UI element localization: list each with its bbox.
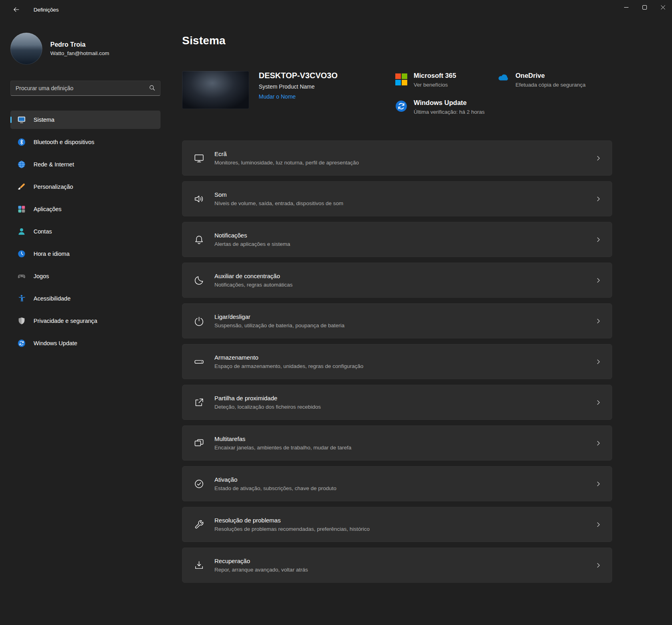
search-icon — [149, 84, 156, 93]
user-profile[interactable]: Pedro Troia Watto_fan@hotmail.com — [10, 33, 161, 65]
back-arrow-icon — [13, 6, 20, 13]
settings-row-subtitle: Suspensão, utilização de bateria, poupan… — [214, 322, 345, 328]
chevron-right-icon — [595, 277, 601, 283]
minimize-button[interactable] — [617, 0, 635, 14]
sidebar-item-label: Acessibilidade — [34, 295, 71, 302]
windows-update-icon — [394, 99, 408, 113]
sidebar-item-jogos[interactable]: Jogos — [10, 267, 161, 285]
settings-row-title: Ativação — [214, 476, 336, 483]
sidebar-item-windows-update[interactable]: Windows Update — [10, 334, 161, 352]
sidebar: Pedro Troia Watto_fan@hotmail.com Sistem… — [0, 19, 172, 625]
globe-icon — [17, 160, 26, 169]
sidebar-item-label: Sistema — [34, 117, 54, 123]
check-circle-icon — [193, 479, 205, 489]
settings-row-subtitle: Deteção, localização dos ficheiros receb… — [214, 404, 321, 410]
settings-row-notificacoes[interactable]: Notificações Alertas de aplicações e sis… — [182, 222, 612, 257]
onedrive-cloud-icon — [496, 72, 510, 83]
settings-row-subtitle: Níveis de volume, saída, entrada, dispos… — [214, 200, 343, 206]
chevron-right-icon — [595, 400, 601, 405]
settings-row-resolucao-problemas[interactable]: Resolução de problemas Resoluções de pro… — [182, 507, 612, 542]
search-box — [10, 81, 161, 96]
close-icon — [661, 5, 665, 10]
settings-row-subtitle: Resoluções de problemas recomendadas, pr… — [214, 526, 370, 532]
close-button[interactable] — [654, 0, 672, 14]
sidebar-item-aplicacoes[interactable]: Aplicações — [10, 200, 161, 218]
settings-row-ecra[interactable]: Ecrã Monitores, luminosidade, luz noturn… — [182, 140, 612, 176]
settings-row-subtitle: Espaço de armazenamento, unidades, regra… — [214, 363, 363, 369]
rename-device-link[interactable]: Mudar o Nome — [259, 93, 296, 100]
status-subtitle: Efetuada cópia de segurança — [515, 82, 586, 88]
window-controls — [617, 0, 672, 14]
sidebar-item-label: Windows Update — [34, 340, 77, 346]
clock-icon — [17, 249, 26, 259]
sidebar-item-label: Jogos — [34, 273, 49, 279]
sidebar-item-privacidade[interactable]: Privacidade e segurança — [10, 312, 161, 330]
settings-row-subtitle: Estado de ativação, subscrições, chave d… — [214, 485, 336, 491]
device-product-name: System Product Name — [259, 83, 394, 90]
titlebar: Definições — [0, 0, 672, 19]
sidebar-nav: Sistema Bluetooth e dispositivos Rede & … — [10, 111, 161, 352]
settings-row-title: Recuperação — [214, 558, 308, 564]
share-icon — [193, 397, 205, 408]
chevron-right-icon — [595, 155, 601, 161]
settings-row-auxiliar-concentracao[interactable]: Auxiliar de concentração Notificações, r… — [182, 263, 612, 298]
apps-grid-icon — [17, 204, 26, 214]
chevron-right-icon — [595, 359, 601, 365]
sidebar-item-hora-idioma[interactable]: Hora e idioma — [10, 245, 161, 263]
system-monitor-icon — [17, 115, 26, 125]
sidebar-item-contas[interactable]: Contas — [10, 222, 161, 241]
settings-row-subtitle: Alertas de aplicações e sistema — [214, 241, 290, 247]
accessibility-icon — [17, 294, 26, 303]
sidebar-item-label: Contas — [34, 228, 52, 235]
status-title: OneDrive — [515, 72, 586, 79]
settings-row-armazenamento[interactable]: Armazenamento Espaço de armazenamento, u… — [182, 344, 612, 379]
settings-row-ativacao[interactable]: Ativação Estado de ativação, subscrições… — [182, 466, 612, 501]
status-onedrive[interactable]: OneDrive Efetuada cópia de segurança — [496, 72, 612, 88]
game-controller-icon — [17, 271, 26, 281]
sidebar-item-rede-internet[interactable]: Rede & Internet — [10, 155, 161, 174]
device-name: DESKTOP-V3CVO3O — [259, 71, 394, 80]
settings-row-partilha-proximidade[interactable]: Partilha de proximidade Deteção, localiz… — [182, 385, 612, 420]
chevron-right-icon — [595, 481, 601, 487]
status-windows-update[interactable]: Windows Update Última verificação: há 2 … — [394, 99, 484, 115]
sidebar-item-acessibilidade[interactable]: Acessibilidade — [10, 289, 161, 308]
device-thumbnail — [182, 71, 249, 109]
status-microsoft-365[interactable]: Microsoft 365 Ver benefícios — [394, 72, 484, 88]
display-icon — [193, 153, 205, 164]
status-subtitle: Ver benefícios — [414, 82, 456, 88]
settings-row-subtitle: Notificações, regras automáticas — [214, 282, 293, 288]
search-input[interactable] — [10, 81, 161, 96]
chevron-right-icon — [595, 237, 601, 243]
settings-row-ligar-desligar[interactable]: Ligar/desligar Suspensão, utilização de … — [182, 303, 612, 338]
sidebar-item-label: Hora e idioma — [34, 251, 69, 257]
sidebar-item-label: Aplicações — [34, 206, 61, 212]
settings-row-som[interactable]: Som Níveis de volume, saída, entrada, di… — [182, 181, 612, 216]
sidebar-item-bluetooth[interactable]: Bluetooth e dispositivos — [10, 133, 161, 151]
chevron-right-icon — [595, 318, 601, 324]
shield-icon — [17, 316, 26, 326]
sidebar-item-label: Bluetooth e dispositivos — [34, 139, 94, 145]
status-cards: Microsoft 365 Ver benefícios OneDrive Ef… — [394, 71, 612, 115]
status-title: Microsoft 365 — [414, 72, 456, 79]
settings-row-title: Resolução de problemas — [214, 517, 370, 524]
status-title: Windows Update — [414, 99, 485, 107]
settings-row-recuperacao[interactable]: Recuperação Repor, arranque avançado, vo… — [182, 548, 612, 583]
back-button[interactable] — [10, 4, 23, 16]
paintbrush-icon — [17, 182, 26, 192]
settings-row-subtitle: Encaixar janelas, ambientes de trabalho,… — [214, 445, 351, 451]
user-email: Watto_fan@hotmail.com — [50, 50, 109, 56]
settings-row-subtitle: Repor, arranque avançado, voltar atrás — [214, 567, 308, 573]
recovery-icon — [193, 560, 205, 571]
settings-list: Ecrã Monitores, luminosidade, luz noturn… — [182, 140, 612, 583]
update-arrows-icon — [17, 338, 26, 348]
sidebar-item-personalizacao[interactable]: Personalização — [10, 178, 161, 196]
settings-row-multitarefas[interactable]: Multitarefas Encaixar janelas, ambientes… — [182, 425, 612, 461]
power-icon — [193, 316, 205, 326]
storage-drive-icon — [193, 356, 205, 367]
settings-row-title: Som — [214, 191, 343, 198]
maximize-button[interactable] — [635, 0, 654, 14]
window-content: Pedro Troia Watto_fan@hotmail.com Sistem… — [0, 19, 672, 625]
sidebar-item-sistema[interactable]: Sistema — [10, 111, 161, 129]
bell-icon — [193, 234, 205, 245]
settings-row-subtitle: Monitores, luminosidade, luz noturna, pe… — [214, 160, 359, 166]
